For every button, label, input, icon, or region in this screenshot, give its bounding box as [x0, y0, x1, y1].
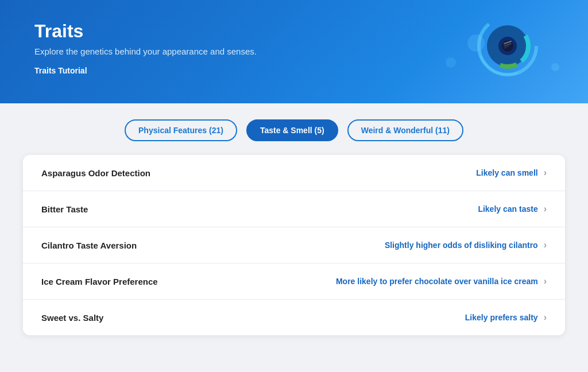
chevron-right-icon: ›	[544, 168, 547, 178]
tab-physical-features[interactable]: Physical Features (21)	[125, 119, 237, 141]
decorative-circle-3	[551, 63, 559, 71]
trait-result-group: Likely prefers salty›	[465, 312, 547, 323]
chevron-right-icon: ›	[544, 240, 547, 250]
tabs-container: Physical Features (21) Taste & Smell (5)…	[0, 103, 588, 155]
chevron-right-icon: ›	[544, 204, 547, 214]
table-row[interactable]: Asparagus Odor DetectionLikely can smell…	[23, 155, 565, 191]
traits-tutorial-link[interactable]: Traits Tutorial	[34, 66, 87, 75]
trait-result-group: Likely can taste›	[478, 204, 547, 214]
trait-name: Ice Cream Flavor Preference	[41, 277, 158, 286]
trait-result-group: More likely to prefer chocolate over van…	[336, 276, 547, 286]
decorative-circle-2	[446, 57, 456, 68]
trait-name: Sweet vs. Salty	[41, 313, 103, 323]
traits-list-card: Asparagus Odor DetectionLikely can smell…	[23, 155, 565, 335]
tab-taste-smell[interactable]: Taste & Smell (5)	[246, 119, 338, 141]
tab-weird-wonderful[interactable]: Weird & Wonderful (11)	[347, 119, 463, 141]
trait-result-group: Slightly higher odds of disliking cilant…	[385, 240, 547, 250]
trait-result-text: More likely to prefer chocolate over van…	[336, 277, 538, 286]
trait-name: Asparagus Odor Detection	[41, 168, 150, 178]
chevron-right-icon: ›	[544, 312, 547, 323]
eye-decoration-icon	[473, 11, 542, 80]
trait-result-text: Slightly higher odds of disliking cilant…	[385, 241, 538, 250]
chevron-right-icon: ›	[544, 276, 547, 286]
trait-name: Bitter Taste	[41, 204, 88, 214]
table-row[interactable]: Cilantro Taste AversionSlightly higher o…	[23, 227, 565, 264]
trait-name: Cilantro Taste Aversion	[41, 241, 137, 250]
trait-result-text: Likely prefers salty	[465, 313, 538, 322]
trait-result-text: Likely can taste	[478, 204, 537, 214]
table-row[interactable]: Bitter TasteLikely can taste›	[23, 191, 565, 227]
trait-result-group: Likely can smell›	[476, 168, 547, 178]
table-row[interactable]: Ice Cream Flavor PreferenceMore likely t…	[23, 264, 565, 300]
trait-result-text: Likely can smell	[476, 168, 537, 177]
table-row[interactable]: Sweet vs. SaltyLikely prefers salty›	[23, 300, 565, 335]
page-header: Traits Explore the genetics behind your …	[0, 0, 588, 103]
